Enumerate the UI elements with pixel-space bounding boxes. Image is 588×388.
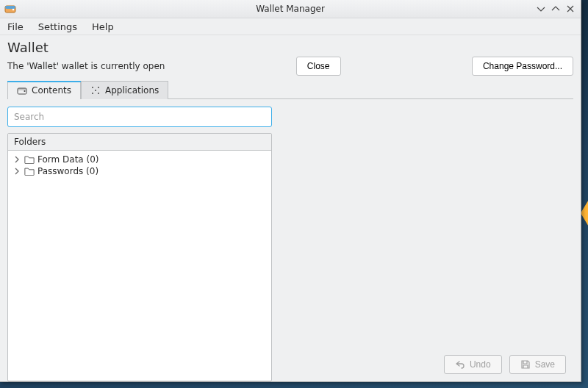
folder-icon [24, 155, 35, 164]
tab-applications-label: Applications [105, 85, 159, 96]
chevron-right-icon[interactable] [12, 168, 21, 175]
svg-point-7 [92, 87, 93, 88]
svg-point-5 [24, 90, 25, 92]
wallet-header: Wallet The 'Wallet' wallet is currently … [0, 35, 581, 76]
save-icon [520, 359, 531, 370]
close-icon[interactable] [566, 4, 575, 13]
svg-rect-1 [5, 6, 15, 9]
footer-buttons: Undo Save [276, 348, 573, 381]
menu-file[interactable]: File [0, 20, 31, 34]
folder-icon [24, 167, 35, 176]
left-panel: Search Folders Form Data (0) [7, 107, 272, 381]
svg-point-2 [12, 9, 15, 11]
tab-applications[interactable]: Applications [81, 81, 168, 99]
chevron-right-icon[interactable] [12, 156, 21, 163]
menubar: File Settings Help [0, 18, 581, 35]
folder-row[interactable]: Form Data (0) [8, 154, 271, 165]
folder-row[interactable]: Passwords (0) [8, 165, 271, 177]
svg-rect-4 [18, 88, 26, 90]
titlebar[interactable]: Wallet Manager [0, 0, 581, 18]
minimize-icon[interactable] [537, 4, 545, 13]
undo-icon [455, 359, 465, 370]
tab-contents-label: Contents [32, 85, 71, 96]
right-panel: Undo Save [276, 107, 573, 381]
save-label: Save [535, 359, 555, 370]
wallet-name: Wallet [7, 40, 573, 55]
search-placeholder: Search [14, 112, 44, 122]
svg-point-10 [98, 93, 99, 94]
change-password-button[interactable]: Change Password... [472, 57, 573, 76]
applications-icon [90, 85, 101, 96]
maximize-icon[interactable] [551, 4, 560, 13]
menu-help[interactable]: Help [85, 20, 121, 34]
folders-panel: Folders Form Data (0) [7, 133, 272, 381]
window-title: Wallet Manager [0, 4, 581, 14]
tab-contents[interactable]: Contents [7, 81, 81, 99]
search-input[interactable]: Search [7, 107, 272, 127]
save-button: Save [509, 355, 566, 374]
content-area: Search Folders Form Data (0) [0, 99, 581, 381]
wallet-status-text: The 'Wallet' wallet is currently open [7, 61, 165, 71]
wallet-app-icon [4, 3, 16, 15]
folder-label: Passwords (0) [37, 166, 98, 176]
wallet-manager-window: Wallet Manager File Settings Help Wallet… [0, 0, 581, 382]
wallet-open-icon [17, 85, 27, 96]
undo-button: Undo [444, 355, 502, 374]
svg-point-8 [98, 87, 99, 88]
tab-bar: Contents Applications [7, 80, 573, 98]
svg-point-6 [95, 90, 96, 91]
close-wallet-button[interactable]: Close [296, 57, 341, 76]
undo-label: Undo [470, 359, 491, 370]
menu-settings[interactable]: Settings [31, 20, 85, 34]
folders-list: Form Data (0) Passwords (0) [8, 151, 271, 381]
folders-header: Folders [8, 134, 271, 151]
folder-label: Form Data (0) [37, 154, 99, 165]
svg-point-9 [92, 93, 93, 94]
